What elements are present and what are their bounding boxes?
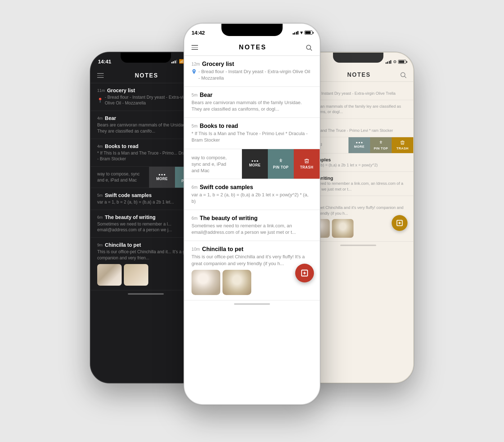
notes-list-center: 12m Grocery list - Bread flour - Instant… (184, 56, 320, 300)
hamburger-menu-center[interactable] (192, 43, 200, 52)
nav-title-left: NOTES (135, 72, 158, 79)
fab-right[interactable] (392, 215, 408, 231)
wifi-icon-left: 📶 (179, 59, 184, 64)
svg-point-8 (401, 72, 405, 77)
note-images-chinchilla-center (192, 270, 312, 295)
dots-icon-left (159, 174, 165, 175)
nav-title-center: NOTES (239, 44, 266, 51)
note-item-bear-center[interactable]: 5m Bear Bears are carnivoran mammals of … (184, 87, 320, 118)
dots-icon-right (356, 142, 363, 143)
note-item-books-center[interactable]: 5m Books to read * If This Is a Man and … (184, 118, 320, 149)
battery-icon-center (305, 31, 312, 35)
nav-title-right: NOTES (347, 72, 370, 78)
nav-bar-center: NOTES (184, 40, 320, 56)
status-icons-center: ▾ (293, 30, 313, 35)
thumb-2-right (332, 219, 354, 238)
fab-center[interactable] (295, 264, 314, 282)
signal-icon-right (386, 60, 392, 64)
search-icon-right[interactable] (400, 71, 407, 79)
wifi-icon-center: ▾ (300, 30, 303, 35)
note-item-swift-center[interactable]: 6m Swift code samples var a = 1, b = 2 (… (184, 179, 320, 210)
phone-center: 14:42 ▾ NOTES (184, 23, 320, 405)
trash-btn-center[interactable]: TRASH (294, 149, 320, 179)
note-images-chinchilla-left (97, 264, 194, 286)
fab-icon-center (301, 269, 309, 277)
home-indicator-center (184, 300, 320, 308)
trash-icon-right (400, 140, 405, 145)
action-buttons-right[interactable]: MORE PIN TOP TRASH (348, 137, 413, 153)
svg-point-2 (306, 45, 311, 49)
thumb-2-left (124, 264, 148, 286)
thumb-1-left (97, 264, 122, 286)
time-left: 14:41 (98, 58, 111, 64)
search-icon-center[interactable] (305, 44, 312, 51)
notch-left (121, 53, 171, 63)
notch-center (221, 24, 283, 36)
trash-icon-center (304, 158, 310, 164)
hamburger-menu-left[interactable] (97, 71, 106, 80)
svg-line-9 (405, 76, 406, 78)
note-item-grocery-center[interactable]: 12m Grocery list - Bread flour - Instant… (184, 56, 320, 87)
battery-icon-right (398, 60, 406, 64)
pin-icon-grocery-center (192, 69, 197, 75)
time-center: 14:42 (192, 30, 205, 36)
trash-btn-right[interactable]: TRASH (392, 137, 413, 153)
more-btn-left[interactable]: MORE (149, 167, 175, 188)
thumb-2-center (222, 270, 251, 295)
home-bar-right (340, 245, 376, 246)
signal-icon-left (171, 60, 177, 63)
note-item-beauty-center[interactable]: 6m The beauty of writing Sometimes we ne… (184, 210, 320, 241)
status-icons-right: ⊙ (386, 59, 406, 64)
dots-icon-center (252, 160, 258, 162)
pin-btn-icon-right (378, 140, 383, 145)
more-btn-center[interactable]: MORE (242, 149, 268, 179)
notch-right (333, 53, 383, 63)
pin-btn-right[interactable]: PIN TOP (370, 137, 392, 153)
phones-container: 14:41 📶 NOTES (90, 23, 414, 419)
more-btn-right[interactable]: MORE (348, 137, 370, 153)
fab-icon-right (396, 219, 403, 227)
svg-line-3 (310, 49, 312, 50)
wifi-icon-right: ⊙ (393, 59, 396, 64)
pin-icon-grocery-left: 📍 (97, 98, 103, 103)
pin-btn-icon-center (278, 158, 284, 164)
swipe-action-row-center: way to compose, sync and e, iPad and Mac… (184, 149, 320, 179)
signal-icon-center (293, 31, 299, 35)
pin-btn-center[interactable]: PIN TOP (268, 149, 294, 179)
home-bar-center (234, 303, 270, 305)
thumb-1-center (192, 270, 220, 295)
home-bar-left (128, 293, 164, 295)
action-buttons-center[interactable]: MORE PIN TOP TRASH (242, 149, 320, 179)
